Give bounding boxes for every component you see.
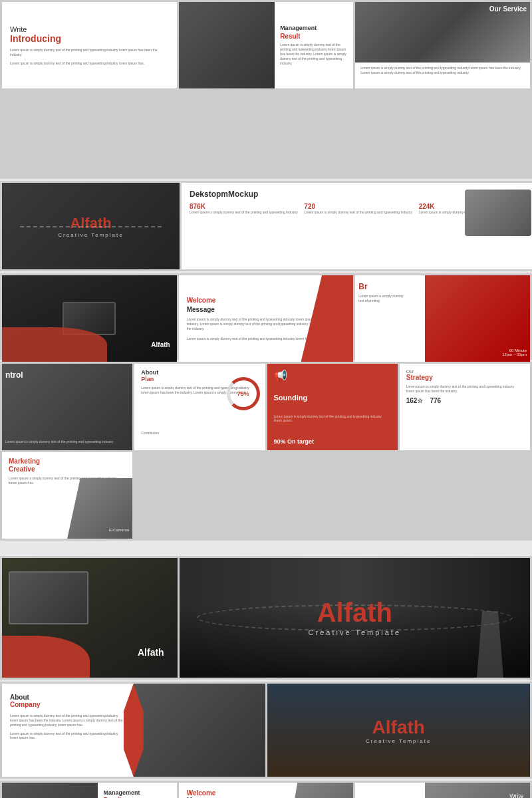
mgmt-title: Management bbox=[280, 25, 348, 33]
write2-text: Write Introducing bbox=[483, 793, 523, 798]
slide-alfath-large: Alfath Creative Template bbox=[180, 558, 530, 678]
about-company-section: About Company Lorem ipsum is simply dumm… bbox=[0, 682, 532, 779]
mgmt-body: Lorem ipsum is simply dummy text of the … bbox=[280, 43, 348, 66]
introducing-label: Introducing bbox=[10, 33, 169, 44]
mgmt2-photo bbox=[2, 783, 98, 798]
slide-sounding: 📢 Sounding Lorem ipsum is simply dummy t… bbox=[267, 364, 398, 450]
laptop2-screen bbox=[9, 571, 88, 624]
row4-grid: ntrol Lorem ipsum is simply dummy text o… bbox=[0, 362, 532, 541]
service-title-area: Our Service bbox=[489, 5, 527, 13]
slide-write-introducing: Write Introducing Lorem ipsum is simply … bbox=[2, 2, 177, 88]
slide-control: ntrol Lorem ipsum is simply dummy text o… bbox=[2, 364, 132, 450]
sounding-icon: 📢 bbox=[274, 369, 391, 382]
stat-num-2: 720 bbox=[304, 203, 415, 210]
percent-text: 75% bbox=[237, 390, 249, 397]
slide-about-company: About Company Lorem ipsum is simply dumm… bbox=[2, 684, 265, 777]
slide-management-2: Management Result Lorem ipsum is simply … bbox=[2, 783, 177, 798]
mgmt-result-label: Result bbox=[280, 33, 348, 40]
mgmt-text: Management Result Lorem ipsum is simply … bbox=[275, 2, 353, 88]
about-company-footer: Lorem ipsum is simply dummy text of the … bbox=[10, 732, 126, 739]
alfath-large-logo: Alfath Creative Template bbox=[309, 599, 401, 636]
alfath-large-text: Alfath bbox=[309, 599, 401, 626]
ctrl-body: Lorem ipsum is simply dummy text of the … bbox=[5, 440, 129, 444]
alfath-large-subtitle: Creative Template bbox=[309, 628, 401, 636]
laptop-image bbox=[2, 275, 177, 362]
top-grid: Write Introducing Lorem ipsum is simply … bbox=[0, 0, 532, 179]
stat-num-1: 876K bbox=[190, 203, 301, 210]
mgmt-photo bbox=[179, 2, 275, 88]
contribution-label: Contribution bbox=[141, 431, 258, 435]
slide-alfath-city: Alfath Creative Template bbox=[267, 684, 531, 777]
al-prefix: Al bbox=[70, 215, 84, 231]
slide-br: Br Lorem ipsum is simply dummy text of p… bbox=[355, 275, 530, 362]
city-alfath-text: Alfath bbox=[366, 717, 431, 738]
alfath-subtitle: Creative Template bbox=[58, 232, 123, 238]
ecomm-label: E-Comerce bbox=[109, 528, 129, 532]
row3-grid: Alfath Welcome Message Lorem ipsum is si… bbox=[0, 273, 532, 360]
br-time: 60 Minute 12pm – 01pm bbox=[502, 348, 527, 356]
about-company-subtitle: Company bbox=[10, 701, 126, 708]
stat-label-1: Lorem ipsum is simply dummy text of the … bbox=[190, 210, 301, 215]
about-title: About bbox=[141, 369, 258, 376]
strategy-body: Lorem ipsum is simply dummy text of the … bbox=[406, 384, 523, 393]
service-photo: Our Service bbox=[355, 2, 530, 63]
slide-desktop-mockup: DekstopmMockup 876K Lorem ipsum is simpl… bbox=[182, 183, 532, 269]
strategy-numbers: 162☆ 776 bbox=[406, 397, 523, 404]
stat-label-2: Lorem ipsum is simply dummy text of the … bbox=[304, 210, 415, 215]
strategy-title: Strategy bbox=[406, 374, 523, 382]
slide-laptop-2: Alfath bbox=[2, 558, 178, 678]
city-content: Alfath Creative Template bbox=[366, 717, 431, 744]
service-title: Our Service bbox=[489, 5, 527, 13]
marketing-title: Marketing Creative bbox=[9, 458, 126, 473]
al-large-prefix: Al bbox=[317, 598, 344, 627]
laptop2-wave bbox=[2, 636, 90, 678]
slide-our-strategy: Our Strategy Lorem ipsum is simply dummy… bbox=[400, 364, 530, 450]
laptop2-photo: Alfath bbox=[2, 558, 178, 678]
strategy-num-2: 776 bbox=[430, 397, 441, 404]
sounding-percent: 90% On target bbox=[274, 438, 391, 445]
sounding-body: Lorem ipsum is simply dummy text of the … bbox=[274, 414, 391, 423]
mww-section: Management Result Lorem ipsum is simply … bbox=[0, 781, 532, 798]
stat-720: 720 Lorem ipsum is simply dummy text of … bbox=[304, 203, 415, 215]
separator-1 bbox=[0, 541, 532, 554]
br-title: Br bbox=[358, 282, 405, 291]
slide-alfath-main: Alfath Creative Template bbox=[2, 183, 180, 269]
mgmt2-text: Management Result Lorem ipsum is simply … bbox=[98, 783, 176, 798]
mgmt-photo-bg bbox=[179, 2, 275, 88]
service-bottom: Lorem ipsum is simply dummy text of the … bbox=[355, 63, 530, 88]
circle-progress: 75% bbox=[227, 377, 260, 410]
al-large-name: fath bbox=[344, 598, 392, 627]
write-body: Lorem ipsum is simply dummy text of the … bbox=[10, 48, 169, 57]
write-label: Write bbox=[10, 25, 169, 33]
row2-grid: Alfath Creative Template DekstopmMockup … bbox=[0, 181, 532, 271]
slide-about-plan: About Plan Lorem ipsum is simply dummy t… bbox=[134, 364, 265, 450]
write2-title-write: Write bbox=[483, 793, 523, 798]
service-body: Lorem ipsum is simply dummy text of the … bbox=[360, 66, 525, 74]
write-footer: Lorem ipsum is simply dummy text of the … bbox=[10, 61, 169, 65]
slide-welcome-2: Welcome Message Lorem ipsum is simply du… bbox=[179, 783, 354, 798]
dashed-line bbox=[20, 226, 162, 227]
large-banner-section: Alfath Alfath Creative Template bbox=[0, 556, 532, 680]
slide-our-service: Our Service Lorem ipsum is simply dummy … bbox=[355, 2, 530, 88]
mockup-photo bbox=[465, 190, 531, 236]
br-time-2: 12pm – 01pm bbox=[502, 352, 527, 356]
laptop2-label: Alfath bbox=[138, 647, 164, 658]
slide-laptop: Alfath bbox=[2, 275, 177, 362]
br-text: Br Lorem ipsum is simply dummy text of p… bbox=[358, 282, 405, 303]
al-name: fath bbox=[84, 215, 111, 231]
slide-marketing-creative: Marketing Creative Lorem ipsum is simply… bbox=[2, 452, 132, 539]
about-company-text: About Company Lorem ipsum is simply dumm… bbox=[2, 684, 134, 777]
city-al-prefix: Al bbox=[372, 717, 391, 737]
alfath-laptop-label: Alfath bbox=[151, 341, 170, 348]
slide-welcome-message: Welcome Message Lorem ipsum is simply du… bbox=[179, 275, 354, 362]
city-alfath-sub: Creative Template bbox=[366, 738, 431, 744]
city-al-name: fath bbox=[391, 717, 425, 737]
strategy-title-top: Our bbox=[406, 369, 523, 374]
ctrl-title: ntrol bbox=[5, 370, 23, 380]
about-company-photo bbox=[134, 684, 265, 777]
mgmt2-title: Management bbox=[103, 789, 171, 796]
slide-write-2: Write Introducing Lorem ipsum is simply … bbox=[355, 783, 530, 798]
alfath-text: Alfath bbox=[58, 215, 123, 232]
strategy-num-1: 162☆ bbox=[406, 397, 424, 404]
about-company-body: Lorem ipsum is simply dummy text of the … bbox=[10, 714, 126, 728]
